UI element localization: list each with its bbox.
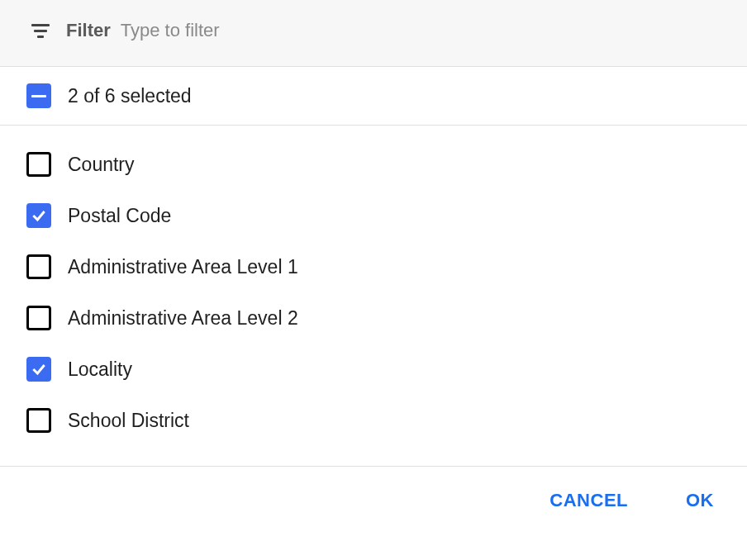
- option-admin-area-1[interactable]: Administrative Area Level 1: [26, 241, 721, 292]
- check-icon: [31, 361, 47, 377]
- checkbox-unchecked[interactable]: [26, 254, 51, 279]
- select-all-checkbox[interactable]: [26, 83, 51, 108]
- options-list: Country Postal Code Administrative Area …: [0, 126, 747, 467]
- option-locality[interactable]: Locality: [26, 344, 721, 395]
- filter-icon: [30, 21, 51, 40]
- checkbox-checked[interactable]: [26, 203, 51, 228]
- cancel-button[interactable]: CANCEL: [543, 486, 635, 515]
- dialog-actions: CANCEL OK: [0, 467, 747, 534]
- check-icon: [31, 207, 47, 224]
- filter-label: Filter: [66, 20, 111, 41]
- option-postal-code[interactable]: Postal Code: [26, 190, 721, 241]
- option-country[interactable]: Country: [26, 139, 721, 190]
- indeterminate-icon: [31, 95, 46, 97]
- select-all-row[interactable]: 2 of 6 selected: [0, 67, 747, 126]
- checkbox-unchecked[interactable]: [26, 152, 51, 177]
- option-admin-area-2[interactable]: Administrative Area Level 2: [26, 292, 721, 344]
- filter-input[interactable]: [121, 20, 451, 41]
- checkbox-unchecked[interactable]: [26, 408, 51, 433]
- option-school-district[interactable]: School District: [26, 395, 721, 446]
- option-label: School District: [68, 410, 189, 432]
- ok-button[interactable]: OK: [679, 486, 721, 515]
- checkbox-unchecked[interactable]: [26, 306, 51, 330]
- option-label: Locality: [68, 358, 132, 381]
- option-label: Country: [68, 154, 135, 176]
- option-label: Postal Code: [68, 205, 171, 227]
- checkbox-checked[interactable]: [26, 357, 51, 382]
- option-label: Administrative Area Level 2: [68, 307, 298, 330]
- option-label: Administrative Area Level 1: [68, 256, 298, 278]
- filter-bar: Filter: [0, 0, 747, 67]
- selection-summary: 2 of 6 selected: [68, 85, 192, 107]
